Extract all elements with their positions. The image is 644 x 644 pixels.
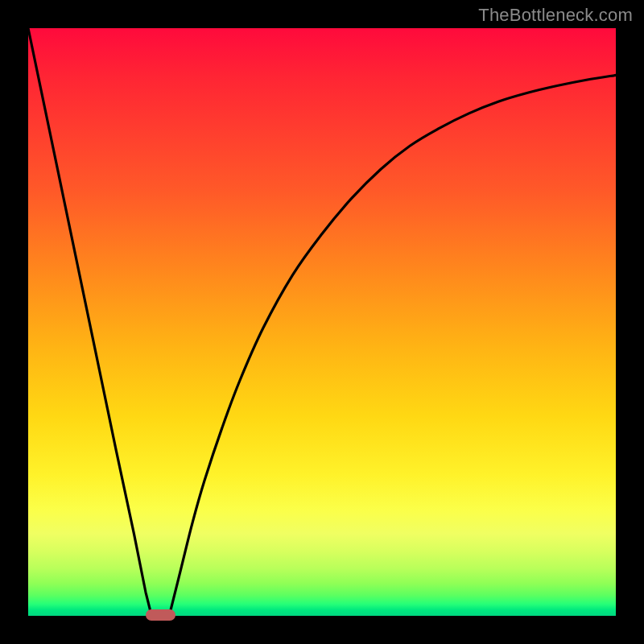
plot-area — [28, 28, 616, 616]
curve-left-branch — [28, 28, 151, 616]
bottleneck-marker — [146, 609, 175, 621]
watermark-text: TheBottleneck.com — [478, 5, 633, 26]
chart-frame: TheBottleneck.com — [0, 0, 644, 644]
curve-layer — [28, 28, 616, 616]
curve-right-branch — [169, 75, 616, 616]
